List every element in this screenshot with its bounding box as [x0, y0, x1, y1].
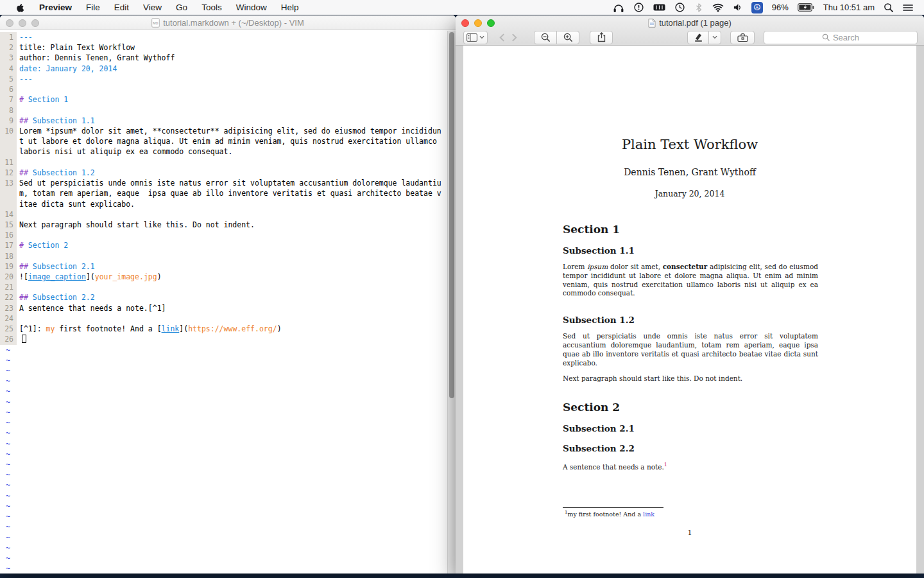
vim-tilde: ~ [3, 480, 10, 490]
menu-item-window[interactable]: Window [229, 0, 274, 15]
menu-item-go[interactable]: Go [169, 0, 194, 15]
vim-line[interactable]: itae dicta sunt explicabo. [0, 199, 447, 209]
search-input[interactable]: Search [764, 31, 918, 44]
vim-token: your_image.jpg [95, 272, 157, 281]
vim-titlebar[interactable]: MD tutorial.markdown + (~/Desktop) - VIM [0, 15, 456, 30]
pdf-text-run: ipsum [587, 263, 608, 270]
vim-line[interactable]: 10Lorem *ipsum* dolor sit amet, **consec… [0, 126, 447, 136]
footnote-link[interactable]: link [643, 511, 654, 518]
footnote-reference[interactable]: 1 [664, 462, 667, 468]
pdf-file-icon [648, 19, 656, 28]
bluetooth-icon[interactable] [690, 0, 708, 15]
vim-line-text: Lorem *ipsum* dolor sit amet, **consecte… [17, 126, 441, 136]
vim-line[interactable]: 5--- [0, 74, 447, 84]
vim-line[interactable]: 26 [0, 334, 447, 344]
vim-token: author: Dennis Tenen, Grant Wythoff [19, 53, 175, 62]
vim-line[interactable]: 18 [0, 251, 447, 261]
pdf-paragraph: Sed ut perspiciatis unde omnis iste natu… [563, 332, 818, 367]
vim-token: my [46, 324, 60, 333]
vim-line[interactable]: 21 [0, 282, 447, 292]
close-button[interactable] [461, 19, 469, 27]
pdf-document-title: Plain Text Workflow [463, 137, 916, 152]
vim-line-number: 23 [0, 303, 17, 313]
spotlight-search-icon[interactable] [879, 0, 898, 15]
back-icon[interactable] [499, 33, 505, 42]
volume-icon[interactable] [728, 0, 747, 15]
headphones-icon[interactable] [608, 0, 629, 15]
pdf-text-run: Lorem [563, 263, 587, 270]
vim-line[interactable]: 11 [0, 157, 447, 168]
menu-item-view[interactable]: View [136, 0, 169, 15]
zoom-button[interactable] [487, 19, 495, 27]
markup-toolbox-button[interactable] [730, 31, 755, 44]
vim-line-number: 9 [0, 116, 17, 126]
apple-menu[interactable] [8, 0, 32, 15]
close-button[interactable] [6, 19, 13, 27]
vim-line[interactable]: 7# Section 1 [0, 94, 447, 105]
vim-line[interactable]: 24 [0, 313, 447, 324]
vim-line[interactable]: 4date: January 20, 2014 [0, 64, 447, 74]
vim-line[interactable]: 23A sentence that needs a note.[^1] [0, 303, 447, 313]
vim-line[interactable]: 17# Section 2 [0, 240, 447, 250]
vim-line[interactable]: 16 [0, 230, 447, 240]
pdf-page: Plain Text Workflow Dennis Tenen, Grant … [463, 46, 916, 574]
menu-item-tools[interactable]: Tools [194, 0, 229, 15]
notification-center-icon[interactable] [898, 0, 918, 15]
highlighter-button[interactable] [687, 31, 709, 44]
exclamation-circle-icon[interactable] [629, 0, 649, 15]
menu-item-edit[interactable]: Edit [107, 0, 136, 15]
vim-line[interactable]: 8 [0, 105, 447, 116]
wifi-icon[interactable] [708, 0, 728, 15]
pdf-heading: Subsection 1.2 [563, 315, 818, 325]
share-button[interactable] [590, 31, 613, 44]
vim-scrollbar-thumb[interactable] [449, 32, 454, 398]
vim-token: Subsection 2.1 [33, 262, 95, 271]
vim-line[interactable]: 20![image_caption](your_image.jpg) [0, 272, 447, 282]
vim-line-text: date: January 20, 2014 [17, 64, 117, 74]
zoom-button[interactable] [31, 19, 39, 27]
vim-tilde-line: ~ [0, 376, 447, 386]
zoom-out-button[interactable] [534, 31, 557, 44]
vim-line[interactable]: 19## Subsection 2.1 [0, 261, 447, 272]
vim-line[interactable]: 9## Subsection 1.1 [0, 116, 447, 126]
minimize-button[interactable] [19, 19, 26, 27]
vim-line[interactable]: m, totam rem aperiam, eaque ipsa quae ab… [0, 188, 447, 198]
menu-item-help[interactable]: Help [274, 0, 306, 15]
vim-line-number [0, 146, 17, 157]
sidebar-toggle-button[interactable] [463, 31, 488, 44]
pdf-heading: Subsection 1.1 [563, 245, 818, 256]
menu-item-preview[interactable]: Preview [32, 0, 79, 15]
vim-line-number: 13 [0, 178, 17, 188]
time-machine-icon[interactable] [670, 0, 690, 15]
menu-item-file[interactable]: File [79, 0, 107, 15]
vim-line[interactable]: 13Sed ut perspiciatis unde omnis iste na… [0, 178, 447, 188]
vim-line[interactable]: 15Next paragraph should start like this.… [0, 220, 447, 230]
vim-buffer[interactable]: 1---2title: Plain Text Workflow3author: … [0, 31, 447, 574]
vim-line[interactable]: 22## Subsection 2.2 [0, 292, 447, 302]
vim-line[interactable]: 12## Subsection 1.2 [0, 168, 447, 178]
vim-line[interactable]: 14 [0, 209, 447, 220]
vim-scrollbar[interactable] [447, 31, 456, 574]
vim-line[interactable]: laboris nisi ut aliquip ex ea commodo co… [0, 146, 447, 157]
vim-line[interactable]: 6 [0, 84, 447, 94]
zoom-in-button[interactable] [556, 31, 579, 44]
zoom-in-icon [563, 33, 573, 42]
toolbox-icon [737, 33, 748, 42]
highlighter-dropdown-button[interactable] [708, 31, 721, 44]
peace-app-icon[interactable]: ☮ [747, 0, 767, 15]
vim-token: first footnote! And a [ [59, 324, 161, 333]
vim-line[interactable]: t ut labore et dolore magna aliqua. Ut e… [0, 136, 447, 146]
forward-icon[interactable] [511, 33, 517, 42]
menu-clock[interactable]: Thu 10:51 am [819, 0, 879, 15]
vim-line[interactable]: 25[^1]: my first footnote! And a [link](… [0, 324, 447, 334]
vim-line[interactable]: 3author: Dennis Tenen, Grant Wythoff [0, 53, 447, 63]
minimize-button[interactable] [474, 19, 482, 27]
battery-icon[interactable] [793, 0, 819, 15]
vim-cursor [22, 335, 26, 343]
vim-line[interactable]: 1--- [0, 32, 447, 42]
vim-line-text [17, 157, 19, 168]
preview-titlebar[interactable]: tutorial.pdf (1 page) [456, 15, 924, 30]
indicator-grid-icon[interactable] [649, 0, 670, 15]
vim-token: t ut labore et dolore magna aliqua. Ut e… [19, 137, 437, 146]
vim-line[interactable]: 2title: Plain Text Workflow [0, 42, 447, 53]
